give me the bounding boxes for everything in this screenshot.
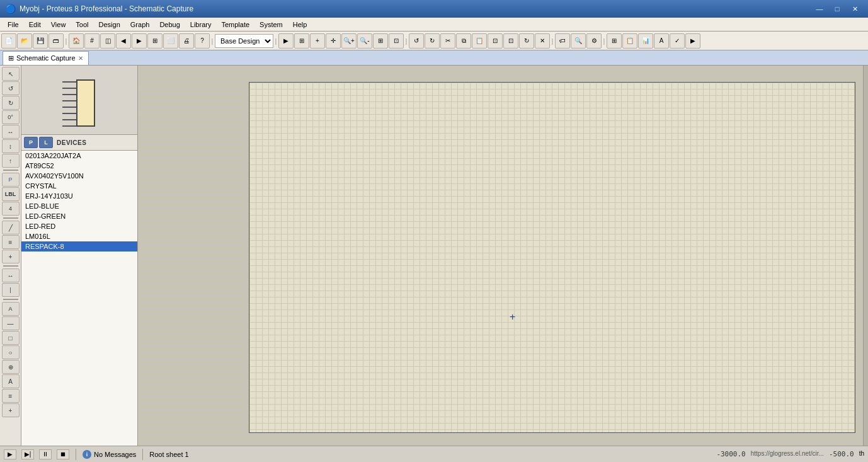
arc-tool[interactable]: ⊕ (2, 360, 20, 374)
device-item-1[interactable]: AT89C52 (21, 161, 137, 171)
annot-button[interactable]: A (654, 33, 669, 49)
zoom-in[interactable]: 🔍+ (341, 33, 357, 49)
export-button[interactable]: ⬜ (163, 33, 178, 49)
nav-back[interactable]: ◀ (116, 33, 131, 49)
menu-debug[interactable]: Debug (154, 18, 185, 32)
open-button[interactable]: 📂 (17, 33, 32, 49)
mirror-v-tool[interactable]: ↕ (2, 139, 20, 153)
device-item-7[interactable]: LED-RED (21, 221, 137, 231)
prop-button[interactable]: ⊞ (147, 33, 163, 49)
netlist-button[interactable]: 📋 (622, 33, 637, 49)
sim-button[interactable]: ▶ (685, 33, 700, 49)
block-copy[interactable]: ⊡ (488, 33, 503, 49)
menu-library[interactable]: Library (185, 18, 217, 32)
close-button[interactable]: ✕ (847, 3, 863, 15)
pick-button[interactable]: P (24, 137, 38, 148)
redo-button[interactable]: ↻ (425, 33, 440, 49)
device-item-5[interactable]: LED-BLUE (21, 201, 137, 211)
menu-view[interactable]: View (46, 18, 71, 32)
device-item-3[interactable]: CRYSTAL (21, 181, 137, 191)
maximize-button[interactable]: □ (829, 3, 845, 15)
menu-edit[interactable]: Edit (24, 18, 46, 32)
menu-graph[interactable]: Graph (125, 18, 155, 32)
prop2-button[interactable]: ⚙ (586, 33, 602, 49)
box-tool[interactable]: □ (2, 331, 20, 345)
redo-tool[interactable]: ↻ (2, 96, 20, 110)
menu-system[interactable]: System (254, 18, 288, 32)
save-to-button[interactable]: 🗃 (49, 33, 64, 49)
component-tool[interactable]: P (2, 173, 20, 187)
menu-template[interactable]: Template (216, 18, 254, 32)
cut-button[interactable]: ✂ (440, 33, 455, 49)
up-tool[interactable]: ↑ (2, 154, 20, 168)
play-button[interactable]: ▶ (4, 449, 16, 459)
rotate-tool[interactable]: 0° (2, 110, 20, 124)
menu-file[interactable]: File (3, 18, 24, 32)
grid-button[interactable]: # (84, 33, 100, 49)
ref-button[interactable]: ◫ (100, 33, 115, 49)
device-item-2[interactable]: AVX0402Y5V100N (21, 171, 137, 181)
device-item-4[interactable]: ERJ-14YJ103U (21, 191, 137, 201)
design-dropdown[interactable]: Base Design (215, 34, 273, 48)
check-button[interactable]: ✓ (670, 33, 685, 49)
paste-button[interactable]: 📋 (472, 33, 487, 49)
text-tool[interactable]: A (2, 302, 20, 316)
device-item-6[interactable]: LED-GREEN (21, 211, 137, 221)
script-tool[interactable]: — (2, 316, 20, 330)
menu-tool[interactable]: Tool (71, 18, 93, 32)
label-tool[interactable]: LBL (2, 187, 20, 201)
device-item-9[interactable]: RESPACK-8 (21, 241, 137, 251)
bom-button[interactable]: 📊 (638, 33, 653, 49)
library-button[interactable]: L (39, 137, 53, 148)
zoom-fit[interactable]: ⊞ (373, 33, 388, 49)
add-tool[interactable]: + (2, 403, 20, 417)
zoom-out[interactable]: 🔍- (357, 33, 372, 49)
pause-button[interactable]: ⏸ (39, 449, 52, 459)
step-button[interactable]: ▶| (21, 449, 34, 459)
find-button[interactable]: 🔍 (571, 33, 586, 49)
terminal-tool[interactable]: ↔ (2, 269, 20, 282)
right-scrollbar[interactable] (863, 66, 868, 446)
device-item-0[interactable]: 02013A220JAT2A (21, 151, 137, 161)
pcb-button[interactable]: ⊞ (607, 33, 622, 49)
tag-button[interactable]: 🏷 (555, 33, 570, 49)
home-button[interactable]: 🏠 (69, 33, 84, 49)
minimize-button[interactable]: — (811, 3, 828, 15)
block-delete[interactable]: ✕ (535, 33, 550, 49)
grid-toggle[interactable]: ⊞ (294, 33, 309, 49)
save-button[interactable]: 💾 (33, 33, 48, 49)
text2-tool[interactable]: A (2, 374, 20, 388)
schematic-capture-tab[interactable]: ⊞ Schematic Capture ✕ (3, 51, 89, 65)
bus-tool[interactable]: ≡ (2, 235, 20, 249)
menu-help[interactable]: Help (288, 18, 312, 32)
pin-tool[interactable]: | (2, 283, 20, 297)
sidebar: P L DEVICES 02013A220JAT2A AT89C52 AVX04… (21, 66, 138, 446)
circle-tool[interactable]: ○ (2, 345, 20, 359)
origin-button[interactable]: + (310, 33, 325, 49)
run-button[interactable]: ▶ (278, 33, 294, 49)
junction-tool[interactable]: + (2, 250, 20, 263)
canvas-area[interactable]: + (138, 66, 868, 446)
wire-tool[interactable]: ╱ (2, 221, 20, 234)
menu-design[interactable]: Design (94, 18, 125, 32)
copy-button[interactable]: ⧉ (456, 33, 471, 49)
block-rotate[interactable]: ↻ (519, 33, 534, 49)
pin-2 (62, 88, 76, 89)
nav-fwd[interactable]: ▶ (132, 33, 147, 49)
stop-button[interactable]: ⏹ (57, 449, 69, 459)
undo-tool[interactable]: ↺ (2, 81, 20, 95)
block-move[interactable]: ⊡ (503, 33, 518, 49)
device-item-8[interactable]: LM016L (21, 231, 137, 241)
zoom-area[interactable]: ⊡ (389, 33, 404, 49)
help-button[interactable]: ? (195, 33, 210, 49)
tab-close-button[interactable]: ✕ (78, 55, 83, 62)
preview-component (57, 70, 101, 130)
mirror-h-tool[interactable]: ↔ (2, 125, 20, 139)
select-tool[interactable]: ↖ (2, 67, 20, 81)
print-button[interactable]: 🖨 (179, 33, 194, 49)
symbol-tool[interactable]: ≡ (2, 389, 20, 403)
new-button[interactable]: 📄 (1, 33, 16, 49)
num-tool[interactable]: 4 (2, 202, 20, 216)
cursor-button[interactable]: ✛ (326, 33, 341, 49)
undo-button[interactable]: ↺ (409, 33, 424, 49)
